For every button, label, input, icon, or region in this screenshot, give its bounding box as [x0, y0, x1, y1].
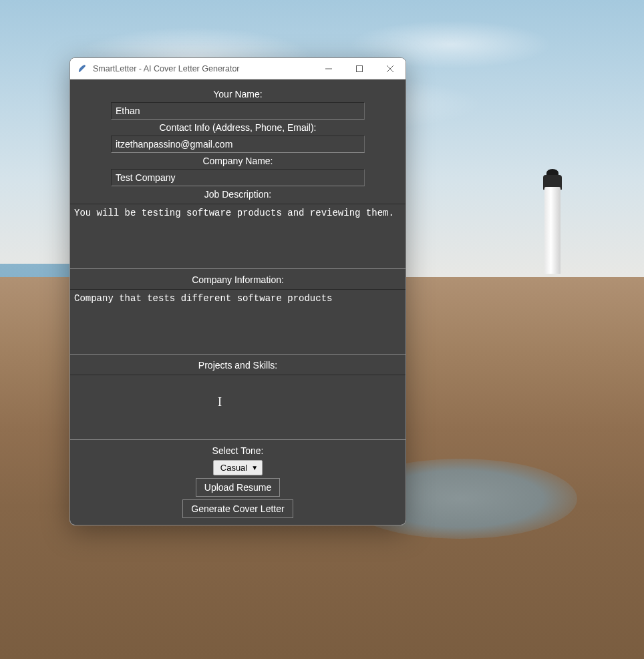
window-body: Your Name: Contact Info (Address, Phone,… — [70, 79, 406, 525]
company-name-input[interactable] — [111, 169, 365, 186]
tone-dropdown[interactable]: Casual ▼ — [213, 460, 263, 475]
window-titlebar[interactable]: SmartLetter - AI Cover Letter Generator — [70, 58, 406, 79]
maximize-button[interactable] — [344, 58, 375, 79]
app-icon — [77, 63, 88, 74]
close-button[interactable] — [375, 58, 406, 79]
company-info-label: Company Information: — [192, 272, 284, 288]
tone-selected-value: Casual — [220, 463, 247, 473]
company-info-textarea[interactable] — [70, 289, 406, 355]
upload-resume-button[interactable]: Upload Resume — [196, 478, 280, 497]
tone-label: Select Tone: — [212, 443, 264, 459]
job-description-textarea[interactable] — [70, 204, 406, 269]
chevron-down-icon: ▼ — [251, 464, 258, 471]
minimize-button[interactable] — [313, 58, 344, 79]
projects-skills-label: Projects and Skills: — [198, 357, 277, 373]
window-title: SmartLetter - AI Cover Letter Generator — [93, 64, 313, 73]
company-name-label: Company Name: — [202, 153, 273, 169]
contact-label: Contact Info (Address, Phone, Email): — [160, 120, 317, 136]
projects-skills-textarea[interactable] — [70, 375, 406, 440]
contact-input[interactable] — [111, 136, 365, 153]
name-input[interactable] — [111, 102, 365, 120]
job-description-label: Job Description: — [204, 186, 271, 202]
svg-rect-1 — [357, 65, 363, 71]
generate-cover-letter-button[interactable]: Generate Cover Letter — [182, 499, 293, 518]
name-label: Your Name: — [213, 86, 262, 102]
text-cursor-icon: I — [218, 395, 222, 409]
window-controls — [313, 58, 406, 79]
app-window: SmartLetter - AI Cover Letter Generator … — [69, 57, 406, 525]
